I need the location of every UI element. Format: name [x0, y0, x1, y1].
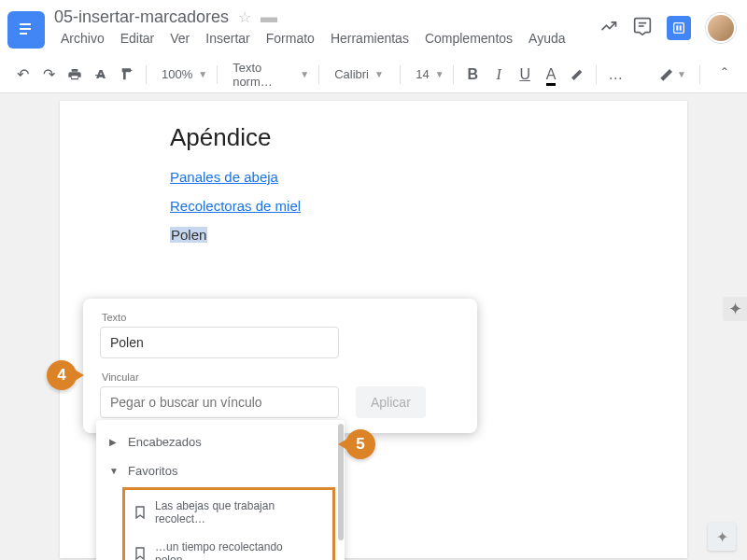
- toolbar: ↶ ↷ A̶ 100%▼ Texto norm…▼ Calibri▼ 14▼ B…: [0, 56, 747, 93]
- bookmarks-section[interactable]: ▼ Favoritos: [96, 456, 345, 485]
- docs-logo[interactable]: [7, 11, 45, 49]
- activity-icon[interactable]: [599, 17, 618, 40]
- menubar: Archivo Editar Ver Insertar Formato Herr…: [54, 29, 599, 48]
- menu-complementos[interactable]: Complementos: [418, 29, 519, 48]
- chevron-down-icon: ▼: [109, 466, 120, 476]
- spellcheck-button[interactable]: A̶: [90, 63, 112, 86]
- bookmark-item[interactable]: Las abejas que trabajan recolect…: [125, 492, 332, 533]
- selected-text[interactable]: Polen: [170, 227, 207, 243]
- bookmark-icon: [134, 506, 146, 519]
- link-field-label: Vincular: [102, 371, 460, 383]
- share-badge[interactable]: [667, 16, 691, 40]
- underline-button[interactable]: U: [514, 63, 536, 86]
- menu-ver[interactable]: Ver: [163, 29, 196, 48]
- bookmarks-highlight: Las abejas que trabajan recolect… …un ti…: [122, 487, 335, 560]
- style-dropdown[interactable]: Texto norm…▼: [225, 63, 311, 86]
- menu-archivo[interactable]: Archivo: [54, 29, 111, 48]
- paint-format-button[interactable]: [116, 63, 138, 86]
- link-url-input[interactable]: [100, 386, 339, 418]
- redo-button[interactable]: ↷: [37, 63, 60, 86]
- undo-button[interactable]: ↶: [11, 63, 34, 86]
- page-heading: Apéndice: [170, 123, 596, 152]
- headings-section[interactable]: ▶ Encabezados: [96, 427, 345, 456]
- menu-editar[interactable]: Editar: [114, 29, 162, 48]
- comment-icon[interactable]: [633, 17, 652, 40]
- zoom-dropdown[interactable]: 100%▼: [154, 63, 209, 86]
- font-dropdown[interactable]: Calibri▼: [327, 63, 392, 86]
- italic-button[interactable]: I: [487, 63, 510, 86]
- avatar[interactable]: [706, 13, 736, 43]
- print-button[interactable]: [63, 63, 86, 86]
- link-dialog: Texto Vincular Aplicar ▶ Encabezados ▼ F…: [83, 299, 477, 433]
- bold-button[interactable]: B: [461, 63, 484, 86]
- bookmark-item[interactable]: …un tiempo recolectando polen.…: [125, 533, 332, 560]
- callout-5: 5: [345, 429, 375, 459]
- collapse-button[interactable]: ˆ: [713, 63, 736, 86]
- svg-rect-1: [20, 28, 31, 30]
- svg-rect-2: [20, 33, 27, 35]
- svg-rect-5: [674, 23, 684, 34]
- bookmark-icon: [134, 547, 146, 560]
- menu-formato[interactable]: Formato: [260, 29, 321, 48]
- menu-herramientas[interactable]: Herramientas: [324, 29, 416, 48]
- callout-4: 4: [47, 360, 77, 390]
- svg-rect-6: [676, 25, 678, 30]
- add-comment-button[interactable]: ✦: [723, 297, 747, 321]
- text-field-label: Texto: [102, 312, 460, 323]
- text-color-button[interactable]: A: [540, 63, 562, 86]
- menu-ayuda[interactable]: Ayuda: [522, 29, 571, 48]
- svg-rect-0: [20, 23, 31, 25]
- chevron-right-icon: ▶: [109, 437, 120, 447]
- star-icon[interactable]: ☆: [238, 8, 251, 26]
- menu-insertar[interactable]: Insertar: [199, 29, 256, 48]
- explore-button[interactable]: ✦: [708, 523, 736, 551]
- doc-link[interactable]: Recolectoras de miel: [170, 198, 596, 214]
- link-text-input[interactable]: [100, 327, 339, 358]
- more-button[interactable]: …: [604, 63, 627, 86]
- apply-button[interactable]: Aplicar: [356, 386, 426, 418]
- link-suggestions: ▶ Encabezados ▼ Favoritos Las abejas que…: [96, 420, 345, 560]
- editing-mode-button[interactable]: ▼: [658, 63, 686, 86]
- svg-rect-7: [680, 25, 682, 30]
- folder-icon[interactable]: ▬: [261, 7, 277, 27]
- highlight-button[interactable]: [566, 63, 588, 86]
- doc-title[interactable]: 05-insertar-marcadores: [54, 7, 229, 27]
- doc-link[interactable]: Panales de abeja: [170, 169, 596, 185]
- size-dropdown[interactable]: 14▼: [408, 63, 445, 86]
